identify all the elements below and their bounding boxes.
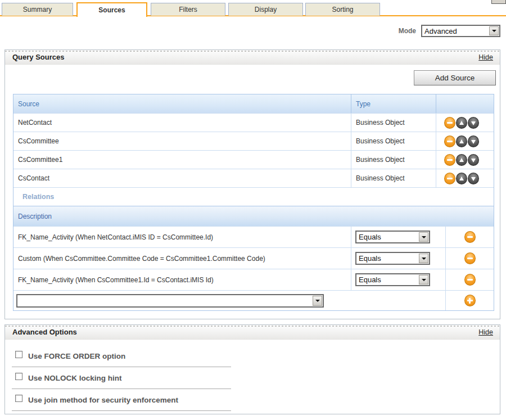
window-control-fragment[interactable] bbox=[491, 0, 506, 4]
mode-label: Mode bbox=[399, 27, 416, 35]
relation-operator-value: Equals bbox=[356, 253, 418, 264]
relations-section-row: Relations bbox=[13, 187, 494, 206]
move-down-icon[interactable] bbox=[468, 173, 479, 184]
source-row: CsContact Business Object bbox=[13, 169, 494, 187]
tab-display[interactable]: Display bbox=[228, 3, 303, 16]
add-source-button[interactable]: Add Source bbox=[414, 70, 496, 85]
tab-label: Sorting bbox=[332, 6, 353, 13]
tab-label: Sources bbox=[98, 6, 125, 14]
force-order-checkbox[interactable] bbox=[15, 351, 22, 358]
column-header-actions bbox=[436, 94, 494, 113]
add-relation-icon[interactable] bbox=[464, 295, 476, 306]
column-header-type: Type bbox=[351, 94, 436, 113]
new-relation-row bbox=[13, 290, 494, 310]
tab-summary[interactable]: Summary bbox=[2, 3, 73, 16]
dropdown-arrow-icon[interactable] bbox=[419, 232, 428, 242]
relation-operator-value: Equals bbox=[356, 232, 418, 242]
relation-description: Custom (When CsCommittee.Committee Code … bbox=[13, 248, 351, 269]
relation-operator-select[interactable]: Equals bbox=[355, 273, 430, 286]
relation-row: FK_Name_Activity (When NetContact.iMIS I… bbox=[13, 226, 494, 247]
tab-sorting[interactable]: Sorting bbox=[305, 3, 380, 16]
source-name: CsContact bbox=[13, 169, 351, 187]
move-down-icon[interactable] bbox=[468, 136, 479, 147]
nolock-label: Use NOLOCK locking hint bbox=[28, 374, 122, 382]
advanced-options-panel: Advanced Options Hide Use FORCE ORDER op… bbox=[4, 324, 500, 414]
move-down-icon[interactable] bbox=[468, 117, 479, 129]
query-sources-table: Source Type NetContact Business Object C… bbox=[13, 94, 494, 311]
tab-label: Display bbox=[255, 6, 277, 13]
column-header-source: Source bbox=[13, 94, 351, 113]
query-builder-window: Summary Sources Filters Display Sorting … bbox=[0, 0, 506, 420]
source-name: NetContact bbox=[13, 114, 351, 132]
source-type: Business Object bbox=[351, 132, 436, 150]
option-row-force-order: Use FORCE ORDER option bbox=[12, 345, 231, 367]
relation-operator-value: Equals bbox=[356, 274, 418, 285]
advanced-options-header: Advanced Options Hide bbox=[5, 325, 500, 340]
source-row: CsCommittee1 Business Object bbox=[13, 150, 494, 169]
query-sources-hide-link[interactable]: Hide bbox=[478, 53, 493, 61]
relation-row: FK_Name_Activity (When CsCommittee1.Id =… bbox=[13, 269, 494, 290]
relation-operator-select[interactable]: Equals bbox=[355, 231, 430, 243]
query-sources-panel: Query Sources Hide Add Source Source Typ… bbox=[4, 49, 500, 319]
relation-row: Custom (When CsCommittee.Committee Code … bbox=[13, 247, 494, 269]
source-row: NetContact Business Object bbox=[13, 113, 494, 132]
remove-relation-icon[interactable] bbox=[464, 252, 476, 264]
relation-description: FK_Name_Activity (When CsCommittee1.Id =… bbox=[13, 269, 351, 290]
mode-select-value: Advanced bbox=[422, 26, 489, 36]
remove-source-icon[interactable] bbox=[444, 154, 455, 166]
dropdown-arrow-icon[interactable] bbox=[419, 254, 428, 263]
join-method-checkbox[interactable] bbox=[15, 395, 22, 402]
force-order-label: Use FORCE ORDER option bbox=[28, 352, 125, 360]
relations-label[interactable]: Relations bbox=[13, 188, 494, 206]
mode-row: Mode Advanced bbox=[399, 25, 500, 37]
new-relation-select-value bbox=[17, 295, 312, 306]
dropdown-arrow-icon[interactable] bbox=[489, 26, 499, 35]
join-method-label: Use join method for security enforcement bbox=[28, 396, 178, 404]
option-row-join-method: Use join method for security enforcement bbox=[12, 389, 231, 411]
remove-source-icon[interactable] bbox=[444, 136, 455, 147]
tab-label: Summary bbox=[23, 6, 52, 13]
move-down-icon[interactable] bbox=[468, 154, 479, 166]
dropdown-arrow-icon[interactable] bbox=[419, 275, 428, 284]
table-header-row: Source Type bbox=[13, 94, 494, 113]
tab-label: Filters bbox=[179, 6, 197, 13]
relation-operator-select[interactable]: Equals bbox=[355, 252, 430, 265]
advanced-options-hide-link[interactable]: Hide bbox=[478, 328, 493, 336]
remove-source-icon[interactable] bbox=[444, 117, 455, 129]
source-type: Business Object bbox=[351, 151, 436, 169]
advanced-options-body: Use FORCE ORDER option Use NOLOCK lockin… bbox=[5, 340, 500, 411]
dropdown-arrow-icon[interactable] bbox=[313, 296, 322, 306]
source-type: Business Object bbox=[351, 169, 436, 187]
move-up-icon[interactable] bbox=[456, 136, 467, 147]
move-up-icon[interactable] bbox=[456, 154, 467, 166]
remove-relation-icon[interactable] bbox=[464, 231, 476, 243]
nolock-checkbox[interactable] bbox=[15, 373, 22, 380]
tab-bar: Summary Sources Filters Display Sorting bbox=[2, 3, 380, 17]
query-sources-title: Query Sources bbox=[12, 53, 65, 61]
new-relation-select[interactable] bbox=[16, 294, 324, 308]
relation-description: FK_Name_Activity (When NetContact.iMIS I… bbox=[13, 227, 351, 247]
move-up-icon[interactable] bbox=[456, 117, 467, 129]
mode-select[interactable]: Advanced bbox=[421, 25, 500, 37]
source-row: CsCommittee Business Object bbox=[13, 132, 494, 150]
description-column-header: Description bbox=[13, 206, 494, 226]
source-name: CsCommittee1 bbox=[13, 151, 351, 169]
remove-relation-icon[interactable] bbox=[464, 274, 476, 286]
remove-source-icon[interactable] bbox=[444, 173, 455, 184]
source-type: Business Object bbox=[351, 114, 436, 132]
move-up-icon[interactable] bbox=[456, 173, 467, 184]
query-sources-header: Query Sources Hide bbox=[5, 50, 500, 65]
description-header-row: Description bbox=[13, 206, 494, 226]
source-name: CsCommittee bbox=[13, 132, 351, 150]
option-row-nolock: Use NOLOCK locking hint bbox=[12, 367, 231, 389]
tab-sources[interactable]: Sources bbox=[76, 2, 147, 17]
advanced-options-title: Advanced Options bbox=[12, 328, 77, 336]
tab-filters[interactable]: Filters bbox=[151, 3, 225, 16]
